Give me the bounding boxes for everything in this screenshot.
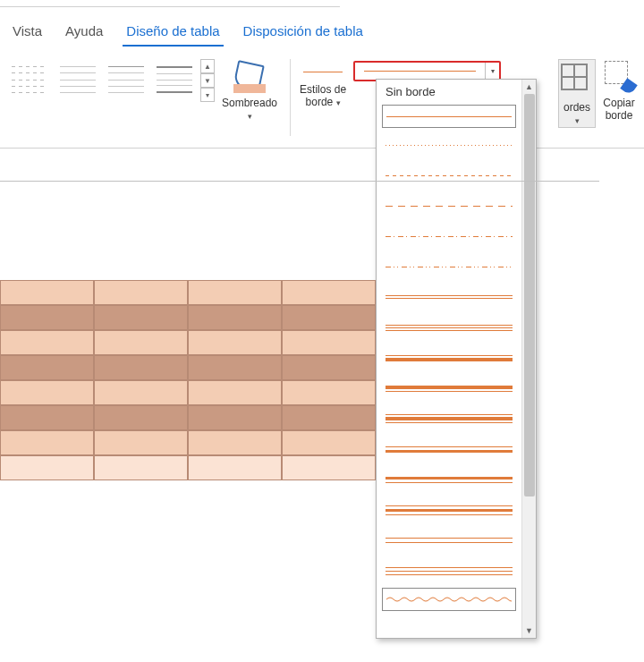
table-styles-spinner: ▲ ▼ ▾ (200, 59, 215, 102)
copiar-borde-label: Copiar borde (603, 97, 634, 122)
table-style-1[interactable] (8, 61, 51, 98)
bordes-button[interactable]: ordes▾ (558, 59, 596, 128)
scroll-up-button[interactable]: ▲ (522, 80, 536, 94)
border-option-thin-solid[interactable] (382, 105, 516, 128)
tab-diseno-tabla[interactable]: Diseño de tabla (123, 23, 223, 47)
table-row[interactable] (0, 455, 376, 480)
styles-down-button[interactable]: ▼ (200, 73, 215, 88)
chevron-down-icon: ▾ (336, 98, 341, 107)
tab-disposicion-tabla[interactable]: Disposición de tabla (240, 23, 367, 47)
tab-vista[interactable]: Vista (9, 23, 46, 47)
border-option-dotted[interactable] (377, 130, 521, 160)
table-style-3[interactable] (105, 61, 148, 98)
table-row[interactable] (0, 280, 376, 305)
sample-table[interactable] (0, 280, 376, 480)
format-painter-icon (603, 59, 635, 93)
table-style-4[interactable] (153, 61, 196, 98)
sombreado-label: Sombreado (222, 97, 277, 109)
grid-icon (561, 64, 593, 98)
table-row[interactable] (0, 355, 376, 380)
table-row[interactable] (0, 405, 376, 430)
bordes-label: ordes (564, 101, 590, 114)
border-sample-line (303, 72, 343, 72)
ribbon-tabs: Vista Ayuda Diseño de tabla Disposición … (0, 0, 644, 54)
sombreado-button[interactable]: Sombreado▾ (215, 59, 284, 123)
table-row[interactable] (0, 430, 376, 455)
estilos-borde-button[interactable]: Estilos de borde ▾ (296, 59, 350, 109)
copiar-borde-button[interactable]: Copiar borde (596, 59, 642, 128)
chevron-down-icon: ▾ (575, 116, 580, 125)
table-row[interactable] (0, 330, 376, 355)
document-area (0, 149, 644, 646)
titlebar-remnant (0, 0, 340, 7)
bucket-icon (233, 59, 266, 93)
border-style-dropdown-button[interactable]: ▾ (485, 63, 499, 80)
styles-up-button[interactable]: ▲ (200, 59, 215, 73)
chevron-down-icon: ▾ (248, 112, 252, 121)
table-row[interactable] (0, 380, 376, 405)
tab-ayuda[interactable]: Ayuda (62, 23, 106, 47)
sin-borde-label: Sin borde (386, 85, 436, 98)
table-styles-group: ▲ ▼ ▾ Sombreado▾ (0, 59, 290, 148)
styles-more-button[interactable]: ▾ (200, 88, 215, 102)
table-row[interactable] (0, 305, 376, 330)
table-style-2[interactable] (56, 61, 99, 98)
border-preview-line (364, 71, 476, 72)
border-option-none[interactable]: Sin borde (377, 80, 521, 103)
ribbon: ▲ ▼ ▾ Sombreado▾ Estilos de borde ▾ ▾ (0, 54, 644, 149)
document-page[interactable] (0, 181, 599, 646)
